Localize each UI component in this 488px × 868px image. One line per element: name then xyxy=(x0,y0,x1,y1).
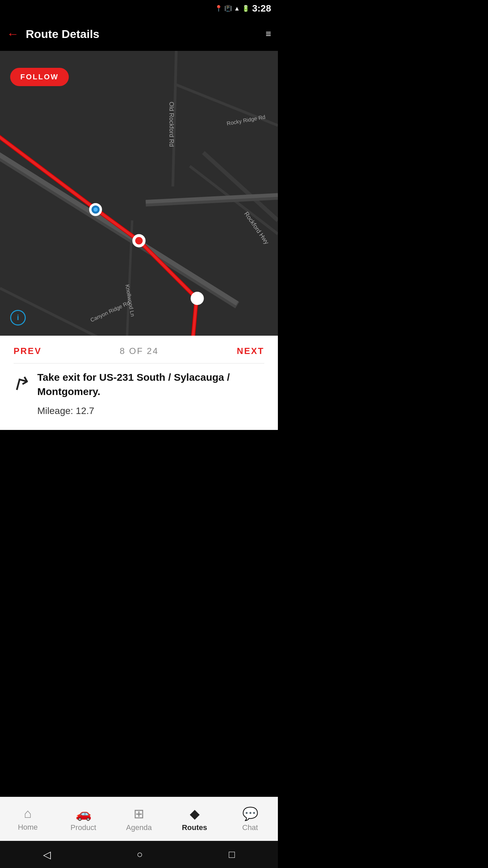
instruction-text: Take exit for US-231 South / Sylacauga /… xyxy=(37,370,264,399)
nav-section: PREV 8 OF 24 NEXT ↱ Take exit for US-231… xyxy=(0,336,278,430)
status-icons: 📍 📳 ▲ 🔋 xyxy=(215,5,249,12)
instruction-section: ↱ Take exit for US-231 South / Sylacauga… xyxy=(0,363,278,423)
svg-point-15 xyxy=(135,237,143,244)
follow-button[interactable]: FOLLOW xyxy=(10,68,69,86)
turn-icon: ↱ xyxy=(11,370,33,398)
menu-button[interactable]: ≡ xyxy=(266,28,271,39)
svg-rect-0 xyxy=(0,51,278,336)
svg-point-13 xyxy=(94,208,98,212)
svg-text:Old Rockford Rd: Old Rockford Rd xyxy=(168,102,175,147)
back-button[interactable]: ← xyxy=(7,27,19,41)
battery-icon: 🔋 xyxy=(242,5,249,12)
info-icon[interactable]: i xyxy=(10,310,26,326)
signal-icon: ▲ xyxy=(234,5,240,12)
page-title: Route Details xyxy=(26,27,266,41)
time-display: 3:28 xyxy=(252,3,271,14)
map-container: Old Rockford Rd Rocky Ridge Rd Rockford … xyxy=(0,51,278,336)
vibrate-icon: 📳 xyxy=(224,5,232,12)
next-button[interactable]: NEXT xyxy=(237,346,264,356)
map-svg: Old Rockford Rd Rocky Ridge Rd Rockford … xyxy=(0,51,278,336)
status-bar: 📍 📳 ▲ 🔋 3:28 xyxy=(0,0,278,17)
mileage-text: Mileage: 12.7 xyxy=(37,406,264,416)
nav-controls: PREV 8 OF 24 NEXT xyxy=(0,342,278,360)
instruction-content: Take exit for US-231 South / Sylacauga /… xyxy=(37,370,264,416)
svg-point-17 xyxy=(194,295,201,302)
step-counter: 8 OF 24 xyxy=(120,346,159,356)
location-icon: 📍 xyxy=(215,5,222,12)
header: ← Route Details ≡ xyxy=(0,17,278,51)
prev-button[interactable]: PREV xyxy=(14,346,42,356)
